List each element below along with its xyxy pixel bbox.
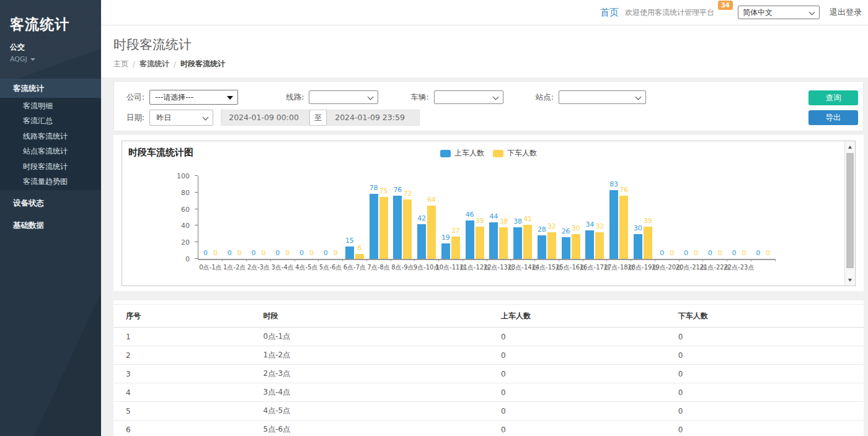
bar-上车人数: [538, 235, 546, 259]
bar-value-label: 42: [417, 214, 426, 222]
bar-column: 0: [283, 176, 292, 259]
chart-plot: 000点-1点001点-2点002点-3点003点-4点004点-5点005点-…: [198, 176, 774, 259]
table-cell: 3点-4点: [259, 383, 497, 402]
bar-value-label: 0: [299, 249, 304, 257]
bar-value-label: 76: [619, 186, 628, 194]
bar-column: 0: [730, 176, 738, 259]
query-button[interactable]: 查询: [808, 90, 858, 105]
legend-label: 上车人数: [454, 148, 484, 159]
bar-value-label: 28: [538, 225, 546, 233]
bar-下车人数: [379, 197, 388, 259]
chevron-down-icon: [368, 94, 374, 100]
sidebar-item[interactable]: 时段客流统计: [0, 159, 101, 174]
bar-group: 1566点-7点: [343, 176, 367, 259]
logout-link[interactable]: 退出登录: [830, 7, 862, 18]
bar-column: 78: [370, 176, 378, 259]
bar-group: 002点-3点: [247, 176, 271, 259]
bar-column: 0: [201, 176, 210, 259]
bar-value-label: 46: [466, 211, 474, 219]
bar-group: 443812点-13点: [487, 176, 511, 259]
sidebar-section-2[interactable]: 基础数据: [0, 216, 101, 235]
bar-column: 0: [211, 176, 219, 259]
x-axis-label: 3点-4点: [271, 263, 293, 272]
bar-value-label: 0: [275, 249, 280, 257]
sidebar-submenu: 客流明细客流汇总线路客流统计站点客流统计时段客流统计客流量趋势图: [0, 98, 101, 190]
date-preset-select[interactable]: 昨日: [149, 110, 213, 126]
line-select[interactable]: [309, 90, 378, 104]
bar-value-label: 0: [694, 249, 698, 257]
sidebar-item[interactable]: 客流汇总: [0, 113, 101, 128]
table-header-cell: 序号: [113, 305, 259, 328]
table-row: 43点-4点00: [113, 383, 864, 402]
welcome-text: 欢迎使用客流统计管理平台: [625, 7, 714, 18]
app-title: 客流统计: [0, 0, 101, 34]
bar-column: 0: [764, 176, 773, 259]
bar-value-label: 0: [237, 249, 242, 257]
scroll-down-icon[interactable]: [845, 275, 855, 285]
chart-panel: 时段车流统计图 上车人数下车人数 020406080100 000点-1点001…: [122, 141, 856, 286]
x-axis-tick: [583, 259, 583, 261]
vehicle-select[interactable]: [434, 90, 503, 104]
bar-group: 000点-1点: [198, 176, 223, 259]
bar-value-label: 0: [324, 249, 328, 257]
table-cell: 2点-3点: [259, 365, 497, 383]
bar-value-label: 15: [345, 237, 354, 245]
bar-column: 0: [321, 176, 330, 259]
date-to-input[interactable]: 2024-01-09 23:59: [327, 110, 420, 126]
table-cell: 0: [673, 346, 864, 365]
x-axis-tick: [510, 259, 511, 261]
sidebar-item[interactable]: 线路客流统计: [0, 129, 101, 144]
y-axis-label: 20: [181, 238, 190, 246]
bar-上车人数: [562, 237, 570, 259]
chevron-down-icon: [635, 94, 641, 100]
bar-value-label: 0: [203, 249, 208, 257]
company-select[interactable]: ---请选择---: [149, 90, 238, 105]
data-table-card: 序号时段上车人数下车人数 10点-1点0021点-2点0032点-3点0043点…: [113, 300, 864, 436]
bar-group: 343216点-17点: [583, 176, 607, 259]
x-axis-label: 6点-7点: [343, 263, 366, 272]
table-cell: 3: [113, 365, 259, 383]
home-link[interactable]: 首页: [600, 7, 619, 19]
bar-column: 30: [572, 176, 580, 259]
data-table: 序号时段上车人数下车人数 10点-1点0021点-2点0032点-3点0043点…: [113, 304, 864, 436]
bar-上车人数: [489, 222, 498, 259]
scrollbar-thumb[interactable]: [846, 153, 854, 268]
breadcrumb-section[interactable]: 客流统计: [140, 59, 169, 69]
x-axis-tick: [222, 259, 223, 261]
bar-value-label: 6: [357, 244, 361, 252]
vehicle-label: 车辆:: [410, 92, 428, 103]
export-button[interactable]: 导出: [808, 110, 858, 125]
date-from-input[interactable]: 2024-01-09 00:00: [221, 110, 309, 126]
chart-scrollbar[interactable]: [844, 141, 855, 286]
content-area: 公司: ---请选择--- 线路: 车辆: 站点: 日期: [101, 77, 868, 436]
legend-item[interactable]: 下车人数: [493, 148, 537, 159]
scroll-up-icon[interactable]: [845, 142, 855, 152]
bar-column: 0: [259, 176, 268, 259]
bar-column: 32: [595, 176, 604, 259]
bar-column: 27: [451, 176, 460, 259]
language-select[interactable]: 简体中文: [738, 6, 820, 19]
sidebar-item[interactable]: 客流量趋势图: [0, 174, 101, 189]
bar-value-label: 39: [476, 217, 484, 225]
company-select-value: ---请选择---: [155, 93, 193, 102]
station-select[interactable]: [559, 90, 646, 104]
user-dropdown[interactable]: AQGJ: [0, 53, 101, 63]
sidebar-section-0[interactable]: 客流统计: [0, 79, 101, 98]
sidebar-item[interactable]: 站点客流统计: [0, 144, 101, 159]
caret-down-icon: [30, 58, 35, 61]
legend-item[interactable]: 上车人数: [440, 148, 484, 159]
sidebar-section-1[interactable]: 设备状态: [0, 193, 101, 212]
sidebar-item[interactable]: 客流明细: [0, 98, 101, 113]
x-axis-tick: [727, 259, 727, 261]
table-body: 10点-1点0021点-2点0032点-3点0043点-4点0054点-5点00…: [113, 328, 864, 436]
bar-column: 15: [345, 176, 354, 259]
x-axis-tick: [751, 259, 751, 261]
breadcrumb-separator: /: [174, 60, 176, 69]
bar-value-label: 0: [742, 249, 746, 257]
notification-badge[interactable]: 34: [718, 1, 733, 10]
x-axis-tick: [702, 259, 703, 261]
breadcrumb-home[interactable]: 主页: [113, 59, 128, 69]
sidebar-nav: 客流统计客流明细客流汇总线路客流统计站点客流统计时段客流统计客流量趋势图设备状态…: [0, 79, 101, 235]
bar-上车人数: [634, 234, 642, 259]
bar-group: 0021点-22点: [703, 176, 727, 259]
